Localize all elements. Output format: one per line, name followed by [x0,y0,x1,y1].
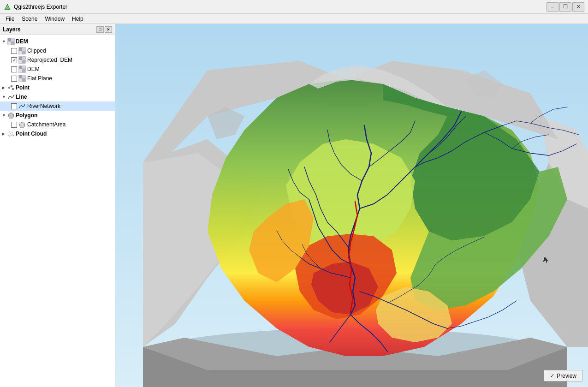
svg-rect-16 [22,60,25,63]
svg-rect-25 [19,78,22,82]
svg-marker-30 [8,113,14,118]
dem-group: ▼ DEM [0,37,115,83]
polygon-group-label: Polygon [16,112,37,119]
clipped-item[interactable]: Clipped [0,46,115,55]
reprojected-dem-icon [18,56,26,64]
rivernetwork-icon [18,102,26,110]
menu-scene[interactable]: Scene [18,15,41,23]
dem-checkbox[interactable] [11,66,17,72]
dem-item[interactable]: DEM [0,65,115,74]
svg-point-29 [12,88,14,90]
pointcloud-group-header[interactable]: ▶ Point Cloud [0,129,115,138]
catchmentarea-icon [18,121,26,128]
sidebar-header: Layers □ ✕ [0,24,115,35]
rivernetwork-item[interactable]: RiverNetwork [0,101,115,111]
title-bar: Qgis2threejs Exporter − ❐ ✕ [0,0,588,14]
svg-point-28 [11,85,12,87]
svg-rect-21 [22,69,25,72]
flat-plane-icon [18,75,26,82]
pointcloud-group-icon [7,130,15,137]
preview-button[interactable]: ✓ Preview [544,370,582,381]
sidebar-close-button[interactable]: ✕ [105,26,112,33]
polygon-group-icon [7,112,15,119]
pointcloud-group: ▶ Point Cloud [0,129,115,138]
svg-point-38 [13,135,14,136]
svg-rect-20 [19,69,22,72]
flat-plane-label: Flat Plane [27,75,52,82]
svg-rect-13 [19,57,22,60]
svg-point-27 [8,87,10,89]
catchmentarea-label: CatchmentArea [27,121,65,128]
polygon-group-header[interactable]: ▼ Polygon [0,111,115,120]
svg-rect-8 [19,48,22,51]
reprojected-dem-checkbox[interactable]: ✓ [11,57,17,63]
viewport[interactable]: ✓ Preview [115,24,588,387]
point-group: ▶ Point [0,83,115,92]
svg-rect-14 [22,57,25,60]
menu-help[interactable]: Help [68,15,87,23]
clipped-checkbox[interactable] [11,48,17,54]
dem-expand-arrow: ▼ [2,39,6,44]
dem-group-icon [7,38,15,45]
svg-rect-4 [11,38,14,42]
svg-rect-3 [8,38,11,42]
line-group-header[interactable]: ▼ Line [0,92,115,101]
svg-rect-15 [19,60,22,63]
line-group-label: Line [16,94,27,100]
menu-window[interactable]: Window [41,15,68,23]
svg-point-35 [12,132,12,133]
point-expand-arrow: ▶ [2,85,6,90]
sidebar-restore-button[interactable]: □ [96,26,104,33]
svg-rect-26 [22,78,25,82]
svg-point-39 [9,131,10,132]
catchmentarea-item[interactable]: CatchmentArea [0,120,115,129]
svg-rect-19 [22,66,25,69]
svg-rect-23 [19,75,22,78]
app-icon [4,3,11,11]
catchmentarea-checkbox[interactable] [11,122,17,128]
close-button[interactable]: ✕ [572,2,584,12]
minimize-button[interactable]: − [546,2,558,12]
svg-point-37 [9,136,10,137]
sidebar-title: Layers [3,26,21,33]
svg-rect-11 [22,51,25,54]
reprojected-dem-item[interactable]: ✓ Reprojected_DEM [0,55,115,65]
menu-file[interactable]: File [2,15,18,23]
layer-tree: ▼ DEM [0,35,115,387]
svg-rect-18 [19,66,22,69]
svg-marker-31 [19,122,25,127]
point-group-header[interactable]: ▶ Point [0,83,115,92]
svg-rect-9 [22,48,25,51]
line-group: ▼ Line RiverNetwork [0,92,115,111]
polygon-expand-arrow: ▼ [2,113,6,118]
svg-rect-5 [8,42,11,45]
window-title: Qgis2threejs Exporter [14,4,67,10]
line-group-icon [7,93,15,101]
pointcloud-group-label: Point Cloud [16,131,47,137]
svg-point-34 [11,135,12,136]
rivernetwork-label: RiverNetwork [27,103,60,109]
dem-group-label: DEM [16,38,28,45]
reprojected-dem-label: Reprojected_DEM [27,57,72,63]
pointcloud-expand-arrow: ▶ [2,131,6,136]
clipped-icon [18,47,26,54]
dem-item-icon [18,65,26,73]
dem-item-label: DEM [27,66,40,72]
preview-checkmark: ✓ [550,372,555,379]
sidebar: Layers □ ✕ ▼ DEM [0,24,115,387]
terrain-scene [115,24,588,387]
svg-rect-6 [11,42,14,45]
flat-plane-checkbox[interactable] [11,76,17,82]
rivernetwork-checkbox[interactable] [11,103,17,109]
point-group-icon [7,84,15,91]
clipped-label: Clipped [27,48,46,54]
svg-point-32 [8,135,9,136]
restore-button[interactable]: ❐ [559,2,571,12]
flat-plane-item[interactable]: Flat Plane [0,74,115,83]
polygon-group: ▼ Polygon CatchmentArea [0,111,115,129]
dem-group-header[interactable]: ▼ DEM [0,37,115,46]
main-layout: Layers □ ✕ ▼ DEM [0,24,588,387]
svg-point-33 [10,133,11,134]
window-controls: − ❐ ✕ [546,2,584,12]
preview-label: Preview [557,373,576,379]
